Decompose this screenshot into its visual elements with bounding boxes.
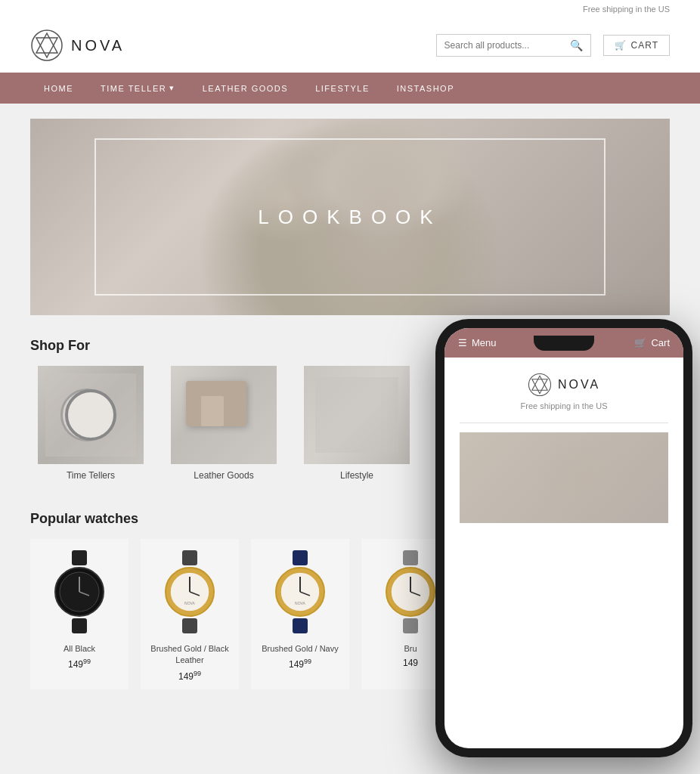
phone-logo-text: NOVA bbox=[558, 378, 600, 392]
watch-name-4: Bru bbox=[404, 643, 417, 655]
logo-text: NOVA bbox=[71, 37, 125, 54]
phone-cart-label: Cart bbox=[651, 337, 670, 348]
search-bar: 🔍 bbox=[436, 34, 591, 57]
category-card-timetellers[interactable]: Time Tellers bbox=[30, 366, 151, 481]
shop-for-title: Shop For bbox=[30, 338, 90, 354]
category-label-leathergoods: Leather Goods bbox=[194, 470, 253, 481]
shipping-text: Free shipping in the US bbox=[583, 5, 670, 14]
phone-cart-icon: 🛒 bbox=[634, 337, 646, 348]
header-right: 🔍 🛒 CART bbox=[436, 34, 670, 57]
cart-icon: 🛒 bbox=[615, 40, 627, 51]
search-input[interactable] bbox=[444, 40, 565, 51]
phone-cart-button[interactable]: 🛒 Cart bbox=[634, 337, 670, 348]
watch-image-navy: NOVA bbox=[259, 546, 342, 637]
phone-screen: ☰ Menu 🛒 Cart bbox=[444, 328, 683, 748]
svg-point-29 bbox=[528, 373, 550, 395]
phone-shipping-text: Free shipping in the US bbox=[521, 401, 608, 410]
cart-button[interactable]: 🛒 CART bbox=[603, 35, 670, 56]
svg-rect-17 bbox=[293, 618, 308, 633]
header: NOVA 🔍 🛒 CART bbox=[0, 18, 700, 73]
logo-icon bbox=[30, 29, 63, 62]
svg-text:NOVA: NOVA bbox=[295, 601, 305, 605]
cart-label: CART bbox=[631, 40, 658, 51]
watch-image-allblack bbox=[38, 546, 121, 637]
watch-image-brushedgold: NOVA bbox=[148, 546, 231, 637]
nav-item-leathergoods[interactable]: LEATHER GOODS bbox=[189, 73, 302, 104]
svg-rect-24 bbox=[403, 618, 418, 633]
svg-rect-9 bbox=[182, 550, 197, 565]
watch-price-navy: 14999 bbox=[289, 658, 311, 670]
category-label-lifestyle: Lifestyle bbox=[340, 470, 373, 481]
nav-item-instashop[interactable]: INSTASHOP bbox=[383, 73, 468, 104]
category-image-lifestyle bbox=[304, 366, 410, 464]
watch-name-allblack: All Black bbox=[63, 643, 95, 655]
phone-notch bbox=[534, 336, 594, 351]
phone-frame: ☰ Menu 🛒 Cart bbox=[435, 319, 692, 757]
nav-item-timeteller[interactable]: TIME TELLER ▾ bbox=[87, 73, 189, 104]
watch-price-4: 149 bbox=[403, 658, 418, 668]
svg-rect-16 bbox=[293, 550, 308, 565]
phone-logo-icon bbox=[528, 373, 552, 397]
watch-name-brushedgold: Brushed Gold / Black Leather bbox=[148, 643, 231, 667]
category-card-leathergoods[interactable]: Leather Goods bbox=[163, 366, 284, 481]
watch-name-navy: Brushed Gold / Navy bbox=[262, 643, 339, 655]
popular-watches-title: Popular watches bbox=[30, 511, 138, 527]
phone-logo: NOVA bbox=[528, 373, 600, 397]
phone-hero-banner[interactable]: LOOKBOOK bbox=[460, 432, 668, 523]
watch-card-navy[interactable]: NOVA Brushed Gold / Navy 14999 bbox=[251, 539, 349, 689]
svg-rect-10 bbox=[182, 618, 197, 633]
nav-label-instashop: INSTASHOP bbox=[397, 84, 454, 93]
nav-item-home[interactable]: HOME bbox=[30, 73, 87, 104]
phone-menu-button[interactable]: ☰ Menu bbox=[458, 337, 497, 348]
hero-banner[interactable]: LOOKBOOK bbox=[30, 119, 670, 315]
svg-rect-3 bbox=[72, 550, 87, 565]
svg-rect-23 bbox=[403, 550, 418, 565]
top-bar: Free shipping in the US bbox=[0, 0, 700, 18]
watch-price-brushedgold: 14999 bbox=[178, 670, 201, 682]
svg-point-0 bbox=[32, 30, 62, 60]
nav-label-lifestyle: LIFESTYLE bbox=[315, 84, 370, 93]
search-button[interactable]: 🔍 bbox=[570, 39, 583, 51]
watch-card-brushedgold[interactable]: NOVA Brushed Gold / Black Leather 14999 bbox=[141, 539, 239, 689]
nav-label-leathergoods: LEATHER GOODS bbox=[203, 84, 288, 93]
logo[interactable]: NOVA bbox=[30, 29, 125, 62]
svg-rect-4 bbox=[72, 618, 87, 633]
hamburger-icon: ☰ bbox=[458, 337, 467, 348]
phone-divider bbox=[460, 423, 668, 423]
nav-label-timeteller: TIME TELLER bbox=[101, 84, 166, 93]
nav-item-lifestyle[interactable]: LIFESTYLE bbox=[302, 73, 383, 104]
nav-label-home: HOME bbox=[44, 84, 73, 93]
chevron-down-icon: ▾ bbox=[169, 83, 175, 93]
phone-body: NOVA Free shipping in the US LOOKBOOK bbox=[444, 358, 683, 748]
phone-menu-label: Menu bbox=[472, 337, 497, 348]
phone-overlay: ☰ Menu 🛒 Cart bbox=[435, 319, 692, 757]
watch-card-allblack[interactable]: All Black 14999 bbox=[30, 539, 129, 689]
svg-text:NOVA: NOVA bbox=[184, 601, 195, 605]
navigation: HOME TIME TELLER ▾ LEATHER GOODS LIFESTY… bbox=[0, 73, 700, 104]
category-card-lifestyle[interactable]: Lifestyle bbox=[296, 366, 417, 481]
watch-price-allblack: 14999 bbox=[68, 658, 91, 670]
category-image-leathergoods bbox=[171, 366, 277, 464]
category-image-timetellers bbox=[38, 366, 144, 464]
category-label-timetellers: Time Tellers bbox=[67, 470, 115, 481]
hero-title: LOOKBOOK bbox=[258, 206, 441, 229]
